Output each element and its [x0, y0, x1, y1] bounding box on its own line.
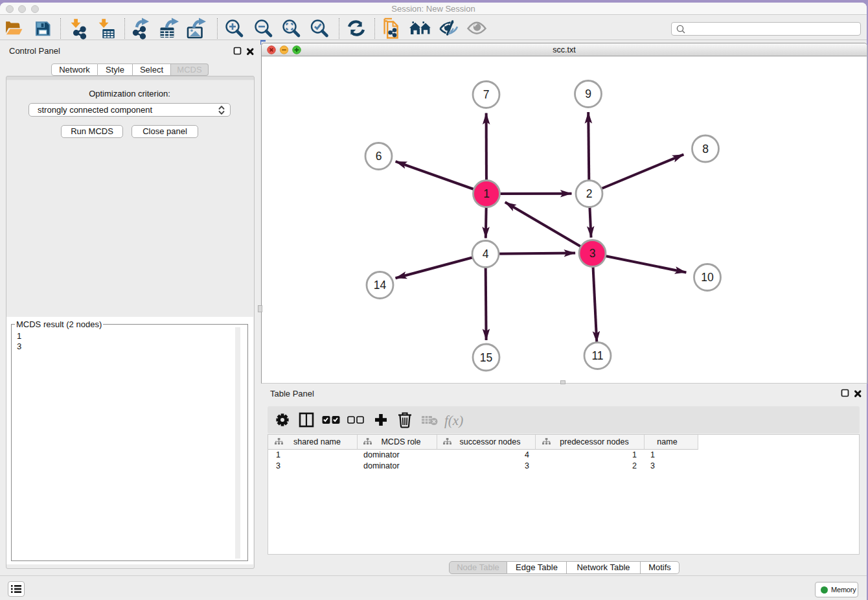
svg-text:4: 4 — [483, 248, 489, 260]
svg-text:10: 10 — [701, 271, 714, 284]
svg-text:11: 11 — [591, 349, 603, 362]
svg-text:2: 2 — [586, 187, 593, 200]
svg-text:6: 6 — [376, 150, 382, 163]
svg-text:f(x): f(x) — [444, 413, 463, 428]
svg-text:1: 1 — [483, 187, 490, 200]
svg-text:7: 7 — [483, 88, 490, 101]
svg-text:9: 9 — [585, 87, 591, 100]
svg-text:3: 3 — [589, 247, 596, 260]
svg-text:15: 15 — [480, 351, 492, 364]
svg-text:8: 8 — [702, 143, 709, 156]
svg-text:14: 14 — [374, 279, 387, 292]
